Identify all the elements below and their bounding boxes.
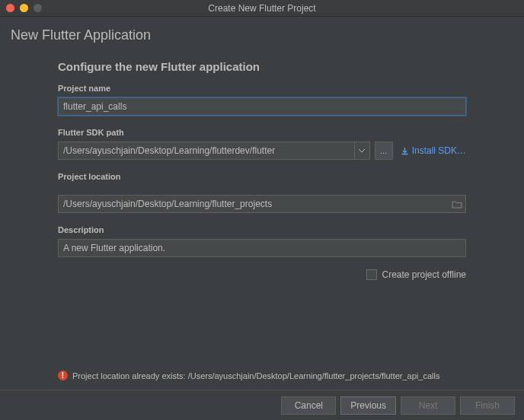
sdk-path-field-group: Flutter SDK path /Users/ayuschjain/Deskt…	[58, 128, 466, 160]
page-title: New Flutter Application	[11, 27, 513, 43]
description-field-group: Description	[58, 225, 466, 257]
project-location-input-row: /Users/ayuschjain/Desktop/Learning/flutt…	[58, 195, 466, 213]
download-icon	[401, 147, 409, 155]
sdk-path-browse-button[interactable]: ...	[375, 142, 393, 160]
chevron-down-icon	[359, 149, 365, 153]
project-name-input[interactable]	[58, 97, 466, 116]
maximize-window-button[interactable]	[34, 4, 42, 12]
traffic-lights	[0, 4, 42, 12]
description-input[interactable]	[58, 239, 466, 257]
dialog-header: New Flutter Application	[0, 17, 524, 46]
project-name-field-group: Project name	[58, 84, 466, 116]
previous-button[interactable]: Previous	[340, 396, 396, 415]
titlebar: Create New Flutter Project	[0, 0, 524, 17]
error-message-row: ! Project location already exists: /User…	[58, 371, 439, 380]
install-sdk-label: Install SDK…	[412, 145, 466, 156]
close-window-button[interactable]	[6, 4, 14, 12]
next-button: Next	[401, 396, 455, 415]
project-name-label: Project name	[58, 84, 466, 93]
folder-icon	[452, 200, 462, 208]
install-sdk-link[interactable]: Install SDK…	[401, 145, 466, 156]
sdk-path-value: /Users/ayuschjain/Desktop/Learning/flutt…	[59, 142, 354, 159]
sdk-path-combo[interactable]: /Users/ayuschjain/Desktop/Learning/flutt…	[58, 142, 370, 160]
error-message: Project location already exists: /Users/…	[72, 371, 439, 380]
project-location-input[interactable]: /Users/ayuschjain/Desktop/Learning/flutt…	[59, 196, 449, 212]
offline-checkbox-row: Create project offline	[58, 269, 466, 280]
create-offline-label: Create project offline	[382, 269, 466, 280]
sdk-path-dropdown-button[interactable]	[354, 142, 369, 159]
window-title: Create New Flutter Project	[0, 3, 524, 14]
create-offline-checkbox[interactable]	[366, 269, 377, 280]
cancel-button[interactable]: Cancel	[281, 396, 336, 415]
dialog-footer: Cancel Previous Next Finish	[0, 390, 524, 420]
dialog-content: Configure the new Flutter application Pr…	[0, 46, 524, 280]
section-title: Configure the new Flutter application	[58, 60, 466, 73]
sdk-path-label: Flutter SDK path	[58, 128, 466, 137]
finish-button: Finish	[460, 396, 515, 415]
error-icon: !	[58, 371, 68, 380]
project-location-field-group: Project location /Users/ayuschjain/Deskt…	[58, 172, 466, 213]
minimize-window-button[interactable]	[20, 4, 28, 12]
description-label: Description	[58, 225, 466, 234]
project-location-label: Project location	[58, 172, 466, 181]
project-location-browse-button[interactable]	[449, 196, 465, 212]
